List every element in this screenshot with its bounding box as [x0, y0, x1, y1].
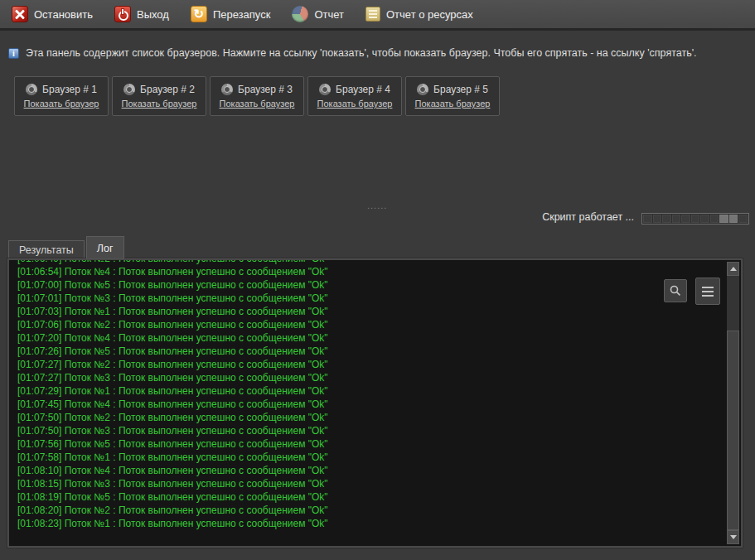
- browser-title-label: Браузер # 3: [238, 84, 293, 95]
- app-window: { "toolbar": { "buttons": [ { "label": "…: [0, 0, 755, 560]
- script-status-label: Скрипт работает ...: [542, 211, 634, 223]
- scrollbar-thumb[interactable]: [727, 331, 739, 530]
- log-area: [01:06:49] Поток №2 : Поток выполнен усп…: [9, 260, 741, 546]
- menu-icon: [702, 287, 714, 288]
- stop-icon: [12, 6, 28, 22]
- browser-card-title: Браузер # 5: [417, 84, 488, 95]
- toolbar-button-label: Отчет: [314, 8, 344, 21]
- browser-card-list: Браузер # 1Показать браузерБраузер # 2По…: [14, 76, 503, 116]
- log-line: [01:08:23] Поток №1 : Поток выполнен усп…: [17, 517, 727, 530]
- log-line: [01:08:15] Поток №3 : Поток выполнен усп…: [17, 477, 727, 490]
- log-line: [01:08:19] Поток №5 : Поток выполнен усп…: [17, 490, 727, 504]
- search-icon: [670, 285, 681, 297]
- resource-report-icon: [365, 7, 380, 22]
- progress-bar: [641, 213, 749, 224]
- browser-icon: [26, 84, 37, 95]
- browser-icon: [319, 84, 331, 95]
- log-tab-panel: [01:06:49] Поток №2 : Поток выполнен усп…: [7, 258, 743, 548]
- browser-title-label: Браузер # 4: [336, 84, 390, 95]
- toolbar-button-report-pie[interactable]: Отчет: [285, 2, 354, 26]
- progress-segment-active: [729, 215, 738, 223]
- log-line: [01:07:50] Поток №2 : Поток выполнен усп…: [17, 411, 727, 424]
- progress-segment: [681, 215, 690, 223]
- log-line: [01:07:58] Поток №1 : Поток выполнен усп…: [17, 451, 727, 464]
- log-text: [01:06:49] Поток №2 : Поток выполнен усп…: [9, 260, 727, 546]
- scroll-down-button[interactable]: [727, 530, 739, 544]
- arrow-down-icon: [730, 535, 737, 539]
- log-line: [01:07:45] Поток №4 : Поток выполнен усп…: [17, 398, 727, 411]
- progress-segment: [691, 215, 700, 223]
- tab-bar: РезультатыЛог: [8, 236, 126, 258]
- browser-card-title: Браузер # 3: [221, 84, 293, 95]
- log-search-button[interactable]: [664, 279, 687, 302]
- browser-card-title: Браузер # 1: [26, 84, 97, 95]
- progress-segment: [662, 215, 671, 223]
- log-line: [01:07:50] Поток №3 : Поток выполнен усп…: [17, 424, 727, 437]
- browser-card: Браузер # 2Показать браузер: [112, 76, 206, 116]
- log-line: [01:07:27] Поток №2 : Поток выполнен усп…: [17, 358, 727, 371]
- browser-card: Браузер # 5Показать браузер: [405, 76, 500, 116]
- info-bar: i Эта панель содержит список браузеров. …: [8, 47, 697, 59]
- progress-segment-active: [719, 215, 728, 223]
- info-text: Эта панель содержит список браузеров. На…: [26, 47, 697, 59]
- log-line: [01:07:00] Поток №5 : Поток выполнен усп…: [17, 278, 727, 292]
- arrow-up-icon: [730, 267, 737, 271]
- show-browser-link[interactable]: Показать браузер: [220, 99, 295, 109]
- toolbar-button-restart[interactable]: ↻Перезапуск: [184, 2, 281, 26]
- log-line: [01:08:10] Поток №4 : Поток выполнен усп…: [17, 464, 727, 477]
- log-line: [01:07:56] Поток №5 : Поток выполнен усп…: [17, 437, 727, 451]
- show-browser-link[interactable]: Показать браузер: [122, 99, 197, 109]
- browser-title-label: Браузер # 2: [140, 84, 195, 95]
- toolbar-button-label: Перезапуск: [213, 8, 271, 21]
- browser-card: Браузер # 3Показать браузер: [210, 76, 304, 116]
- progress-segment: [643, 215, 652, 223]
- log-line: [01:08:20] Поток №2 : Поток выполнен усп…: [17, 504, 727, 517]
- splitter-grip: ......: [367, 200, 387, 210]
- restart-icon: ↻: [191, 6, 207, 22]
- toolbar-button-label: Отчет о ресурсах: [386, 8, 473, 21]
- log-line: [01:07:26] Поток №5 : Поток выполнен усп…: [17, 345, 727, 358]
- log-line: [01:07:01] Поток №3 : Поток выполнен усп…: [17, 292, 727, 305]
- log-scrollbar[interactable]: [727, 262, 739, 544]
- progress-segment: [672, 215, 681, 223]
- toolbar-button-label: Остановить: [34, 8, 93, 21]
- browser-icon: [123, 84, 135, 95]
- info-icon: i: [8, 48, 19, 59]
- log-line: [01:06:54] Поток №4 : Поток выполнен усп…: [17, 265, 727, 278]
- toolbar-button-resource-report[interactable]: Отчет о ресурсах: [359, 3, 483, 25]
- log-menu-button[interactable]: [695, 278, 720, 305]
- tab-results[interactable]: Результаты: [8, 240, 85, 258]
- show-browser-link[interactable]: Показать браузер: [24, 99, 99, 109]
- toolbar: ОстановитьВыход↻ПерезапускОтчетОтчет о р…: [0, 0, 755, 31]
- progress-segment: [700, 215, 709, 223]
- show-browser-link[interactable]: Показать браузер: [317, 99, 393, 109]
- progress-segment: [710, 215, 719, 223]
- toolbar-button-label: Выход: [137, 8, 169, 21]
- browser-icon: [417, 84, 428, 95]
- browser-card: Браузер # 4Показать браузер: [307, 76, 402, 116]
- browser-title-label: Браузер # 1: [42, 84, 97, 95]
- browser-card: Браузер # 1Показать браузер: [14, 76, 109, 116]
- exit-power-icon: [114, 6, 131, 22]
- toolbar-button-stop[interactable]: Остановить: [5, 2, 103, 26]
- log-line: [01:07:29] Поток №1 : Поток выполнен усп…: [17, 384, 727, 398]
- browser-card-title: Браузер # 2: [123, 84, 195, 95]
- show-browser-link[interactable]: Показать браузер: [415, 99, 491, 109]
- toolbar-button-exit-power[interactable]: Выход: [108, 2, 179, 26]
- progress-segment: [653, 215, 662, 223]
- browser-title-label: Браузер # 5: [433, 84, 488, 95]
- log-line: [01:07:03] Поток №1 : Поток выполнен усп…: [17, 305, 727, 318]
- browser-card-title: Браузер # 4: [319, 84, 390, 95]
- log-line: [01:07:06] Поток №2 : Поток выполнен усп…: [17, 318, 727, 331]
- tab-log[interactable]: Лог: [86, 236, 124, 258]
- scroll-up-button[interactable]: [727, 262, 739, 276]
- log-line: [01:07:20] Поток №4 : Поток выполнен усп…: [17, 331, 727, 345]
- browser-icon: [221, 84, 233, 95]
- progress-segment: [738, 215, 748, 223]
- report-pie-icon: [292, 6, 308, 22]
- log-line: [01:07:27] Поток №3 : Поток выполнен усп…: [17, 371, 727, 384]
